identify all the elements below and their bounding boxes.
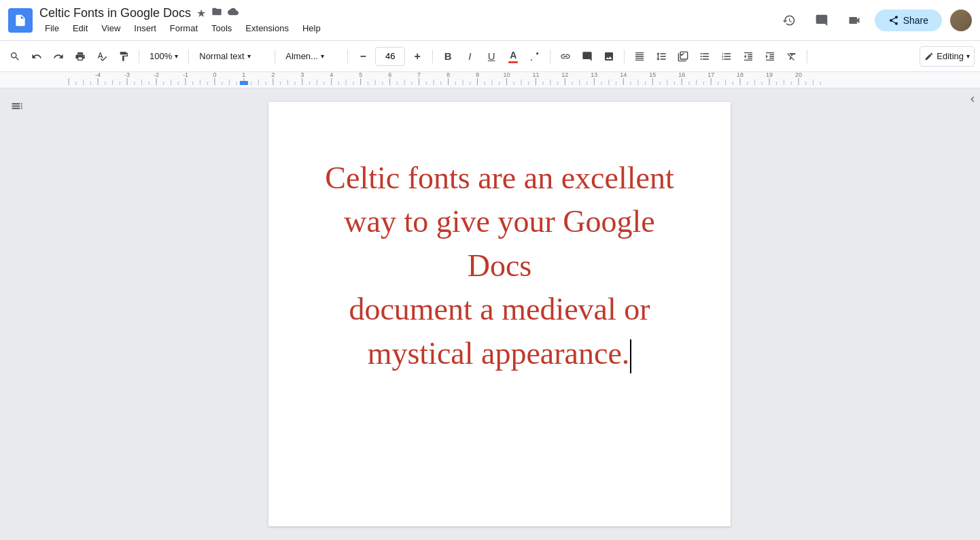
title-bar: Celtic Fonts in Google Docs ★ File Edit …: [0, 0, 980, 41]
checklist-button[interactable]: [673, 46, 693, 67]
share-button[interactable]: Share: [875, 10, 942, 31]
menu-insert[interactable]: Insert: [128, 22, 162, 35]
font-family-dropdown-icon: ▾: [321, 52, 324, 60]
spellcheck-button[interactable]: [92, 46, 111, 67]
separator-2: [188, 50, 189, 63]
text-style-dropdown-icon: ▾: [247, 52, 251, 60]
share-label: Share: [903, 15, 928, 26]
menu-edit[interactable]: Edit: [67, 22, 93, 35]
font-size-box: 46: [375, 47, 405, 66]
outline-toggle[interactable]: [10, 99, 24, 116]
comments-button[interactable]: [809, 8, 834, 33]
toolbar: 100% ▾ Normal text ▾ Almen... ▾ − 46 + B…: [0, 41, 980, 72]
meet-button[interactable]: [842, 8, 867, 33]
folder-icon[interactable]: [211, 6, 222, 20]
separator-1: [139, 50, 139, 63]
page-content[interactable]: Celtic fonts are an excellent way to giv…: [309, 156, 690, 375]
separator-5: [432, 50, 433, 63]
image-button[interactable]: [599, 46, 618, 67]
header-right: Share: [777, 8, 972, 33]
zoom-select[interactable]: 100% ▾: [145, 46, 183, 67]
main-area: Celtic fonts are an excellent way to giv…: [0, 88, 980, 540]
star-icon[interactable]: ★: [196, 7, 206, 20]
zoom-value: 100%: [150, 51, 172, 61]
decrease-font-button[interactable]: −: [353, 46, 372, 67]
comment-button[interactable]: [578, 46, 597, 67]
text-color-button[interactable]: A: [504, 46, 523, 67]
document-page: Celtic fonts are an excellent way to giv…: [268, 102, 731, 526]
separator-3: [275, 50, 275, 63]
text-color-bar: [508, 61, 518, 63]
ruler: [0, 72, 980, 88]
bold-button[interactable]: B: [438, 46, 457, 67]
document-text-line3: document a medieval or: [349, 292, 650, 326]
doc-title[interactable]: Celtic Fonts in Google Docs: [39, 6, 191, 20]
underline-button[interactable]: U: [482, 46, 501, 67]
text-cursor: [630, 339, 631, 374]
print-button[interactable]: [71, 46, 90, 67]
menu-bar: File Edit View Insert Format Tools Exten…: [39, 22, 777, 35]
undo-button[interactable]: [27, 46, 46, 67]
highlight-button[interactable]: [525, 46, 544, 67]
separator-7: [624, 50, 625, 63]
cloud-save-icon[interactable]: [228, 6, 239, 20]
document-text-line4: mystical appearance.: [368, 336, 630, 371]
align-button[interactable]: [630, 46, 649, 67]
document-text-line1: Celtic fonts are an excellent: [325, 161, 673, 195]
text-color-label: A: [510, 50, 517, 61]
paint-format-button[interactable]: [114, 46, 133, 67]
text-color-indicator: A: [508, 50, 518, 63]
font-family-value: Almen...: [285, 51, 318, 61]
zoom-dropdown-icon: ▾: [175, 52, 178, 60]
text-style-select[interactable]: Normal text ▾: [194, 46, 269, 67]
italic-button[interactable]: I: [460, 46, 479, 67]
separator-4: [347, 50, 348, 63]
history-button[interactable]: [777, 8, 801, 33]
menu-view[interactable]: View: [96, 22, 126, 35]
menu-extensions[interactable]: Extensions: [240, 22, 294, 35]
menu-help[interactable]: Help: [297, 22, 326, 35]
search-button[interactable]: [5, 46, 24, 67]
editing-mode-dropdown: ▾: [966, 52, 970, 60]
numbered-list-button[interactable]: [717, 46, 736, 67]
doc-area[interactable]: Celtic fonts are an excellent way to giv…: [34, 88, 965, 540]
sidebar-left: [0, 88, 34, 540]
separator-8: [807, 50, 807, 63]
clear-formatting-button[interactable]: [782, 46, 801, 67]
decrease-indent-button[interactable]: [739, 46, 758, 67]
collapse-panel-button[interactable]: [967, 94, 978, 107]
menu-file[interactable]: File: [39, 22, 65, 35]
title-area: Celtic Fonts in Google Docs ★ File Edit …: [39, 6, 777, 35]
link-button[interactable]: [556, 46, 575, 67]
text-style-value: Normal text: [199, 51, 244, 61]
user-avatar[interactable]: [950, 10, 972, 31]
editing-mode-button[interactable]: Editing ▾: [920, 46, 975, 67]
bullet-list-button[interactable]: [695, 46, 714, 67]
increase-indent-button[interactable]: [760, 46, 780, 67]
increase-font-button[interactable]: +: [408, 46, 427, 67]
menu-format[interactable]: Format: [164, 22, 203, 35]
separator-6: [550, 50, 550, 63]
line-spacing-button[interactable]: [652, 46, 671, 67]
sidebar-right: [965, 88, 980, 540]
editing-mode-label: Editing: [937, 51, 964, 61]
menu-tools[interactable]: Tools: [206, 22, 237, 35]
font-size-input[interactable]: 46: [380, 51, 400, 61]
redo-button[interactable]: [49, 46, 68, 67]
google-docs-icon[interactable]: [8, 8, 33, 33]
font-family-select[interactable]: Almen... ▾: [281, 46, 342, 67]
document-text-line2: way to give your Google Docs: [344, 204, 654, 282]
